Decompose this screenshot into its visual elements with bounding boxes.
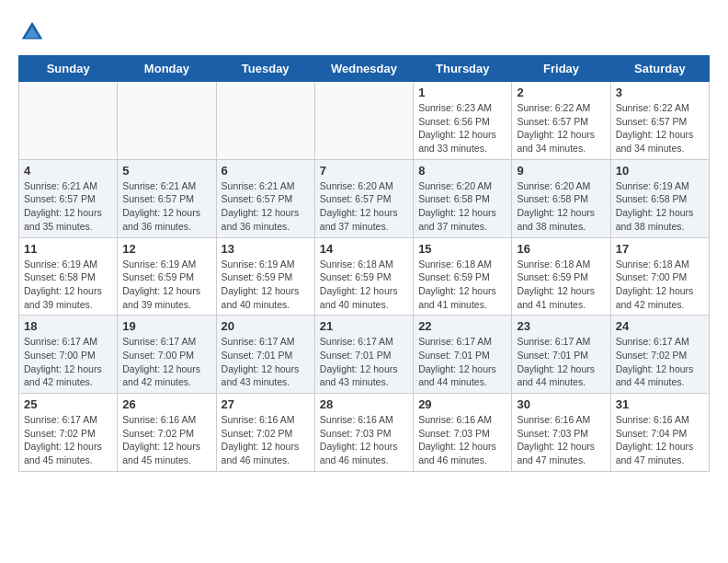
calendar-cell: 1Sunrise: 6:23 AM Sunset: 6:56 PM Daylig… xyxy=(414,82,512,160)
day-number: 9 xyxy=(517,164,605,178)
day-info: Sunrise: 6:22 AM Sunset: 6:57 PM Dayligh… xyxy=(517,101,605,155)
calendar-cell: 20Sunrise: 6:17 AM Sunset: 7:01 PM Dayli… xyxy=(216,316,314,394)
day-number: 12 xyxy=(122,242,210,256)
day-info: Sunrise: 6:17 AM Sunset: 7:00 PM Dayligh… xyxy=(122,335,210,389)
day-info: Sunrise: 6:17 AM Sunset: 7:00 PM Dayligh… xyxy=(24,335,112,389)
day-info: Sunrise: 6:16 AM Sunset: 7:02 PM Dayligh… xyxy=(122,413,210,467)
calendar-cell: 31Sunrise: 6:16 AM Sunset: 7:04 PM Dayli… xyxy=(610,394,709,472)
calendar-cell: 14Sunrise: 6:18 AM Sunset: 6:59 PM Dayli… xyxy=(314,237,413,316)
day-number: 10 xyxy=(616,164,704,178)
week-row-2: 4Sunrise: 6:21 AM Sunset: 6:57 PM Daylig… xyxy=(19,159,710,237)
calendar-cell xyxy=(118,82,216,160)
calendar-cell: 27Sunrise: 6:16 AM Sunset: 7:02 PM Dayli… xyxy=(216,394,314,472)
day-info: Sunrise: 6:20 AM Sunset: 6:57 PM Dayligh… xyxy=(320,179,408,234)
calendar-cell: 18Sunrise: 6:17 AM Sunset: 7:00 PM Dayli… xyxy=(19,316,118,394)
day-number: 3 xyxy=(616,86,704,99)
day-number: 20 xyxy=(222,319,310,333)
day-info: Sunrise: 6:17 AM Sunset: 7:01 PM Dayligh… xyxy=(418,335,506,389)
weekday-header-wednesday: Wednesday xyxy=(314,56,413,82)
day-info: Sunrise: 6:17 AM Sunset: 7:02 PM Dayligh… xyxy=(616,335,704,389)
day-number: 22 xyxy=(418,319,506,333)
weekday-header-row: SundayMondayTuesdayWednesdayThursdayFrid… xyxy=(19,56,710,82)
calendar-cell: 19Sunrise: 6:17 AM Sunset: 7:00 PM Dayli… xyxy=(118,316,216,394)
calendar-cell: 5Sunrise: 6:21 AM Sunset: 6:57 PM Daylig… xyxy=(118,159,216,237)
day-info: Sunrise: 6:17 AM Sunset: 7:01 PM Dayligh… xyxy=(320,335,408,389)
page-header xyxy=(18,18,710,46)
calendar-cell: 8Sunrise: 6:20 AM Sunset: 6:58 PM Daylig… xyxy=(414,159,512,237)
day-info: Sunrise: 6:19 AM Sunset: 6:59 PM Dayligh… xyxy=(122,258,210,312)
day-info: Sunrise: 6:20 AM Sunset: 6:58 PM Dayligh… xyxy=(418,179,506,234)
day-number: 24 xyxy=(616,319,704,333)
calendar-cell: 10Sunrise: 6:19 AM Sunset: 6:58 PM Dayli… xyxy=(610,159,709,237)
day-info: Sunrise: 6:21 AM Sunset: 6:57 PM Dayligh… xyxy=(24,179,112,234)
calendar-cell: 16Sunrise: 6:18 AM Sunset: 6:59 PM Dayli… xyxy=(512,237,610,316)
calendar-cell: 30Sunrise: 6:16 AM Sunset: 7:03 PM Dayli… xyxy=(512,394,610,472)
day-info: Sunrise: 6:21 AM Sunset: 6:57 PM Dayligh… xyxy=(222,179,310,234)
day-info: Sunrise: 6:19 AM Sunset: 6:58 PM Dayligh… xyxy=(616,179,704,234)
calendar-cell: 28Sunrise: 6:16 AM Sunset: 7:03 PM Dayli… xyxy=(314,394,413,472)
weekday-header-saturday: Saturday xyxy=(610,56,709,82)
calendar-cell: 2Sunrise: 6:22 AM Sunset: 6:57 PM Daylig… xyxy=(512,82,610,160)
day-info: Sunrise: 6:17 AM Sunset: 7:01 PM Dayligh… xyxy=(517,335,605,389)
calendar-cell: 17Sunrise: 6:18 AM Sunset: 7:00 PM Dayli… xyxy=(610,237,709,316)
calendar-cell: 26Sunrise: 6:16 AM Sunset: 7:02 PM Dayli… xyxy=(118,394,216,472)
day-info: Sunrise: 6:22 AM Sunset: 6:57 PM Dayligh… xyxy=(616,101,704,155)
calendar-cell: 9Sunrise: 6:20 AM Sunset: 6:58 PM Daylig… xyxy=(512,159,610,237)
logo xyxy=(18,18,50,46)
calendar-cell: 15Sunrise: 6:18 AM Sunset: 6:59 PM Dayli… xyxy=(414,237,512,316)
day-number: 16 xyxy=(517,242,605,256)
weekday-header-tuesday: Tuesday xyxy=(216,56,314,82)
day-number: 29 xyxy=(418,397,506,411)
day-info: Sunrise: 6:23 AM Sunset: 6:56 PM Dayligh… xyxy=(418,101,506,155)
day-number: 4 xyxy=(24,164,112,178)
calendar-cell: 22Sunrise: 6:17 AM Sunset: 7:01 PM Dayli… xyxy=(414,316,512,394)
day-info: Sunrise: 6:17 AM Sunset: 7:01 PM Dayligh… xyxy=(222,335,310,389)
calendar-cell: 11Sunrise: 6:19 AM Sunset: 6:58 PM Dayli… xyxy=(19,237,118,316)
week-row-4: 18Sunrise: 6:17 AM Sunset: 7:00 PM Dayli… xyxy=(19,316,710,394)
day-number: 6 xyxy=(222,164,310,178)
calendar-cell: 25Sunrise: 6:17 AM Sunset: 7:02 PM Dayli… xyxy=(19,394,118,472)
day-number: 1 xyxy=(418,86,506,99)
day-number: 11 xyxy=(24,242,112,256)
day-number: 17 xyxy=(616,242,704,256)
week-row-3: 11Sunrise: 6:19 AM Sunset: 6:58 PM Dayli… xyxy=(19,237,710,316)
day-info: Sunrise: 6:16 AM Sunset: 7:03 PM Dayligh… xyxy=(517,413,605,467)
calendar-cell: 7Sunrise: 6:20 AM Sunset: 6:57 PM Daylig… xyxy=(314,159,413,237)
calendar-cell: 13Sunrise: 6:19 AM Sunset: 6:59 PM Dayli… xyxy=(216,237,314,316)
calendar-cell xyxy=(314,82,413,160)
day-info: Sunrise: 6:18 AM Sunset: 6:59 PM Dayligh… xyxy=(320,258,408,312)
day-number: 21 xyxy=(320,319,408,333)
day-info: Sunrise: 6:20 AM Sunset: 6:58 PM Dayligh… xyxy=(517,179,605,234)
day-number: 28 xyxy=(320,397,408,411)
day-number: 27 xyxy=(222,397,310,411)
day-number: 8 xyxy=(418,164,506,178)
calendar-cell: 21Sunrise: 6:17 AM Sunset: 7:01 PM Dayli… xyxy=(314,316,413,394)
day-info: Sunrise: 6:18 AM Sunset: 7:00 PM Dayligh… xyxy=(616,258,704,312)
day-info: Sunrise: 6:18 AM Sunset: 6:59 PM Dayligh… xyxy=(517,258,605,312)
day-info: Sunrise: 6:19 AM Sunset: 6:59 PM Dayligh… xyxy=(222,258,310,312)
calendar-cell: 24Sunrise: 6:17 AM Sunset: 7:02 PM Dayli… xyxy=(610,316,709,394)
calendar-cell: 29Sunrise: 6:16 AM Sunset: 7:03 PM Dayli… xyxy=(414,394,512,472)
day-number: 5 xyxy=(122,164,210,178)
day-number: 26 xyxy=(122,397,210,411)
calendar-cell xyxy=(216,82,314,160)
weekday-header-sunday: Sunday xyxy=(19,56,118,82)
day-number: 18 xyxy=(24,319,112,333)
calendar-cell: 6Sunrise: 6:21 AM Sunset: 6:57 PM Daylig… xyxy=(216,159,314,237)
calendar-cell: 3Sunrise: 6:22 AM Sunset: 6:57 PM Daylig… xyxy=(610,82,709,160)
day-number: 13 xyxy=(222,242,310,256)
weekday-header-monday: Monday xyxy=(118,56,216,82)
day-number: 14 xyxy=(320,242,408,256)
calendar-cell xyxy=(19,82,118,160)
day-number: 19 xyxy=(122,319,210,333)
logo-icon xyxy=(18,18,46,46)
week-row-5: 25Sunrise: 6:17 AM Sunset: 7:02 PM Dayli… xyxy=(19,394,710,472)
weekday-header-thursday: Thursday xyxy=(414,56,512,82)
day-number: 2 xyxy=(517,86,605,99)
week-row-1: 1Sunrise: 6:23 AM Sunset: 6:56 PM Daylig… xyxy=(19,82,710,160)
calendar: SundayMondayTuesdayWednesdayThursdayFrid… xyxy=(18,55,710,472)
day-info: Sunrise: 6:16 AM Sunset: 7:03 PM Dayligh… xyxy=(320,413,408,467)
weekday-header-friday: Friday xyxy=(512,56,610,82)
day-info: Sunrise: 6:19 AM Sunset: 6:58 PM Dayligh… xyxy=(24,258,112,312)
day-info: Sunrise: 6:21 AM Sunset: 6:57 PM Dayligh… xyxy=(122,179,210,234)
